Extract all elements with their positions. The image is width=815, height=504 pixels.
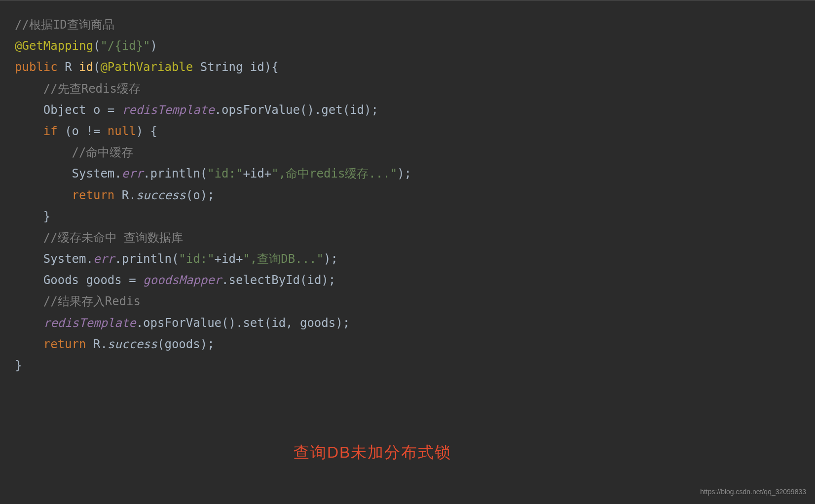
paren: ){ bbox=[264, 60, 279, 74]
static-method: success bbox=[136, 188, 186, 202]
code-line: System.err.println("id:"+id+",查询DB..."); bbox=[15, 249, 800, 270]
string-literal: "id:" bbox=[207, 167, 243, 180]
string-literal: "/{id}" bbox=[100, 39, 150, 53]
code-line: //先查Redis缓存 bbox=[15, 78, 800, 100]
code-text: System. bbox=[15, 252, 93, 266]
code-text: } bbox=[15, 359, 22, 372]
code-text: +id+ bbox=[243, 167, 271, 180]
code-text: .selectById(id); bbox=[222, 273, 335, 287]
code-text: System. bbox=[15, 167, 122, 180]
comment-text: //命中缓存 bbox=[15, 145, 134, 159]
code-text: ) { bbox=[136, 124, 157, 138]
code-text: .opsForValue().set(id, goods); bbox=[136, 316, 350, 330]
field: err bbox=[93, 252, 114, 266]
keyword: return bbox=[15, 188, 122, 202]
watermark-text: https://blog.csdn.net/qq_32099833 bbox=[700, 486, 806, 498]
code-text bbox=[15, 316, 43, 330]
code-text: Goods goods = bbox=[15, 273, 143, 287]
code-line: redisTemplate.opsForValue().set(id, good… bbox=[15, 313, 800, 334]
static-method: success bbox=[108, 337, 157, 351]
code-text: R. bbox=[93, 337, 108, 351]
field: err bbox=[122, 167, 143, 180]
code-text: R. bbox=[122, 188, 136, 202]
code-text: .opsForValue().get(id); bbox=[215, 103, 378, 117]
field: redisTemplate bbox=[122, 103, 215, 117]
keyword: public bbox=[15, 60, 65, 74]
code-text: +id+ bbox=[215, 252, 243, 266]
code-text: ); bbox=[397, 167, 411, 180]
code-line: } bbox=[15, 206, 800, 227]
code-text: Object o = bbox=[15, 103, 122, 117]
code-line: } bbox=[15, 355, 800, 376]
code-line: System.err.println("id:"+id+",命中redis缓存.… bbox=[15, 163, 800, 184]
code-line: return R.success(goods); bbox=[15, 334, 800, 355]
code-text: (o != bbox=[65, 124, 108, 138]
code-text: .println( bbox=[114, 252, 179, 266]
string-literal: "id:" bbox=[179, 252, 214, 266]
code-editor: //根据ID查询商品 @GetMapping("/{id}") public R… bbox=[0, 0, 815, 390]
keyword: return bbox=[15, 337, 93, 351]
code-text: (goods); bbox=[157, 337, 215, 351]
comment-text: //缓存未命中 查询数据库 bbox=[15, 231, 183, 245]
annotation-token: @GetMapping bbox=[15, 39, 93, 53]
code-text: .println( bbox=[143, 167, 207, 180]
code-text: } bbox=[15, 210, 50, 223]
string-literal: ",命中redis缓存..." bbox=[271, 167, 397, 180]
param: String id bbox=[200, 60, 264, 74]
code-line: //命中缓存 bbox=[15, 142, 800, 163]
code-line: public R id(@PathVariable String id){ bbox=[15, 57, 800, 78]
code-text: ); bbox=[324, 252, 338, 266]
method-name: id bbox=[79, 60, 93, 74]
code-line: @GetMapping("/{id}") bbox=[15, 36, 800, 57]
code-line: if (o != null) { bbox=[15, 121, 800, 142]
code-line: Object o = redisTemplate.opsForValue().g… bbox=[15, 100, 800, 121]
code-line: //根据ID查询商品 bbox=[15, 14, 800, 36]
code-line: return R.success(o); bbox=[15, 185, 800, 206]
field: goodsMapper bbox=[143, 273, 222, 287]
type: R bbox=[65, 60, 79, 74]
comment-text: //结果存入Redis bbox=[15, 294, 141, 308]
code-line: //结果存入Redis bbox=[15, 291, 800, 312]
keyword: if bbox=[15, 124, 65, 138]
annotation-token: @PathVariable bbox=[100, 60, 200, 74]
keyword: null bbox=[108, 124, 136, 138]
annotation-overlay: 查询DB未加分布式锁 bbox=[294, 438, 451, 467]
string-literal: ",查询DB..." bbox=[243, 252, 324, 266]
code-text: (o); bbox=[186, 188, 215, 202]
code-line: Goods goods = goodsMapper.selectById(id)… bbox=[15, 270, 800, 291]
paren: ( bbox=[93, 60, 100, 74]
paren: ( bbox=[93, 39, 100, 53]
field: redisTemplate bbox=[43, 316, 136, 330]
comment-text: //根据ID查询商品 bbox=[15, 18, 114, 32]
paren: ) bbox=[150, 39, 157, 53]
comment-text: //先查Redis缓存 bbox=[15, 82, 141, 96]
code-line: //缓存未命中 查询数据库 bbox=[15, 227, 800, 249]
